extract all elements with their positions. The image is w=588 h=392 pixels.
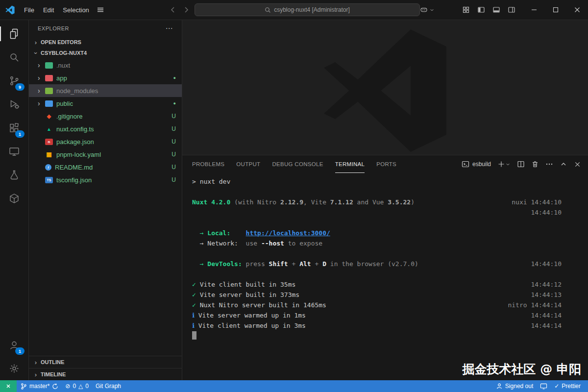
section-timeline[interactable]: › TIMELINE <box>29 368 182 380</box>
menu-overflow-button[interactable] <box>97 6 104 14</box>
tree-item-.gitignore[interactable]: ◆.gitignoreU <box>29 110 182 122</box>
layout-panel-icon <box>492 6 500 14</box>
split-terminal-button[interactable] <box>517 160 525 168</box>
timeline-label: TIMELINE <box>41 371 66 377</box>
tree-item-public[interactable]: ›public● <box>29 97 182 110</box>
new-terminal-button[interactable] <box>497 160 511 168</box>
terminal-line: 14:44:10 <box>192 207 578 218</box>
tree-item-pnpm-lock.yaml[interactable]: ▦pnpm-lock.yamlU <box>29 148 182 161</box>
copilot-button[interactable] <box>419 5 435 14</box>
chevron-right-icon: › <box>38 87 45 95</box>
plus-icon <box>497 160 505 168</box>
chevron-right-icon: › <box>33 371 39 378</box>
activity-containers[interactable] <box>0 187 28 210</box>
chevron-down-icon: › <box>32 50 40 56</box>
problems-indicator[interactable]: ⊘ 0 △ 0 <box>62 380 92 392</box>
forward-button[interactable] <box>181 6 191 13</box>
close-window-button[interactable] <box>566 0 588 20</box>
title-bar: FileEditSelection csyblog-nuxt4 [Adminis… <box>0 0 588 20</box>
activity-search[interactable] <box>0 46 28 69</box>
section-workspace[interactable]: › CSYBLOG-NUXT4 <box>29 48 182 58</box>
panel-more-actions-button[interactable] <box>545 160 553 168</box>
panel-tab-terminal[interactable]: TERMINAL <box>335 155 365 173</box>
activity-remote-explorer[interactable] <box>0 140 28 163</box>
terminal-line: > nuxt dev <box>192 176 578 187</box>
panel-tab-output[interactable]: OUTPUT <box>236 155 260 173</box>
activity-extensions[interactable]: 1 <box>0 116 28 140</box>
screencast-indicator[interactable] <box>537 380 551 392</box>
toggle-panel-button[interactable] <box>492 6 500 14</box>
panel-tab-debug-console[interactable]: DEBUG CONSOLE <box>272 155 323 173</box>
chevron-right-icon: › <box>33 39 39 46</box>
activity-run-debug[interactable] <box>0 93 28 116</box>
tree-item-package.json[interactable]: npackage.jsonU <box>29 135 182 148</box>
activity-explorer[interactable] <box>0 22 28 46</box>
sidebar-title: EXPLORER <box>38 25 69 31</box>
activity-accounts[interactable]: 1 <box>0 333 28 357</box>
tree-item-node_modules[interactable]: ›node_modules <box>29 84 182 97</box>
active-terminal[interactable]: esbuild <box>462 160 491 168</box>
status-bar-right: Signed out ✓ Prettier <box>492 380 588 392</box>
section-outline[interactable]: › OUTLINE <box>29 356 182 368</box>
close-icon <box>574 161 581 168</box>
editor-region: PROBLEMSOUTPUTDEBUG CONSOLETERMINALPORTS… <box>182 20 588 380</box>
activity-source-control[interactable]: 9 <box>0 69 28 93</box>
layout-sidebar-left-icon <box>477 6 485 14</box>
person-icon <box>496 383 503 390</box>
panel-tab-ports[interactable]: PORTS <box>376 155 396 173</box>
layout-controls <box>462 6 515 14</box>
menu-selection[interactable]: Selection <box>58 3 93 16</box>
signed-out-indicator[interactable]: Signed out <box>492 380 537 392</box>
editor-area[interactable] <box>182 20 588 155</box>
activity-settings[interactable] <box>0 357 28 380</box>
readme-icon: i <box>45 164 51 171</box>
branch-name: master* <box>29 383 49 390</box>
toggle-sidebar-button[interactable] <box>477 6 485 14</box>
minimize-button[interactable] <box>523 0 545 20</box>
maximize-panel-button[interactable] <box>560 160 567 168</box>
tree-item-nuxt.config.ts[interactable]: ▲nuxt.config.tsU <box>29 122 182 135</box>
customize-layout-button[interactable] <box>462 6 470 14</box>
remote-indicator[interactable] <box>0 380 17 392</box>
section-open-editors[interactable]: › OPEN EDITORS <box>29 37 182 48</box>
toggle-secondary-sidebar-button[interactable] <box>508 6 515 14</box>
activity-testing[interactable] <box>0 163 28 187</box>
public-folder-icon <box>45 100 53 107</box>
git-graph-label: Git Graph <box>96 383 121 390</box>
sidebar-bottom: › OUTLINE › TIMELINE <box>29 356 182 380</box>
tree-item-tsconfig.json[interactable]: TStsconfig.jsonU <box>29 173 182 186</box>
terminal-output[interactable]: > nuxt devNuxt 4.2.0 (with Nitro 2.12.9,… <box>182 173 588 380</box>
more-actions-icon[interactable]: ⋯ <box>166 24 173 33</box>
back-button[interactable] <box>168 6 178 13</box>
menu-file[interactable]: File <box>20 3 39 16</box>
prettier-indicator[interactable]: ✓ Prettier <box>551 380 584 392</box>
arrow-right-icon <box>183 6 190 13</box>
screen-icon <box>540 383 547 390</box>
git-modified-dot: ● <box>173 101 176 106</box>
vscode-watermark-logo <box>312 27 459 154</box>
maximize-button[interactable] <box>545 0 566 20</box>
command-center-search[interactable]: csyblog-nuxt4 [Administrator] <box>195 3 420 16</box>
search-icon <box>265 7 271 13</box>
check-icon: ✓ <box>554 383 559 389</box>
panel-tab-problems[interactable]: PROBLEMS <box>192 155 224 173</box>
title-bar-right <box>419 0 588 20</box>
error-icon: ⊘ <box>65 383 70 389</box>
tree-item-README.md[interactable]: iREADME.mdU <box>29 161 182 173</box>
cube-icon <box>8 193 20 204</box>
panel-tabs: PROBLEMSOUTPUTDEBUG CONSOLETERMINALPORTS <box>192 155 408 173</box>
file-name: .gitignore <box>56 113 82 120</box>
tree-item-.nuxt[interactable]: ›.nuxt <box>29 59 182 72</box>
tree-item-app[interactable]: ›app● <box>29 72 182 84</box>
remote-icon <box>5 383 12 390</box>
branch-indicator[interactable]: master* <box>17 380 62 392</box>
close-panel-button[interactable] <box>574 161 581 168</box>
warning-icon: △ <box>78 383 83 389</box>
menu-edit[interactable]: Edit <box>39 3 58 16</box>
terminal-line <box>192 331 578 341</box>
kill-terminal-button[interactable] <box>531 160 539 168</box>
terminal-line: ✓ Vite client built in 35ms14:44:12 <box>192 279 578 290</box>
menu-bar: FileEditSelection <box>20 3 94 16</box>
git-graph-button[interactable]: Git Graph <box>92 380 124 392</box>
activity-bar-spacer <box>0 210 28 333</box>
